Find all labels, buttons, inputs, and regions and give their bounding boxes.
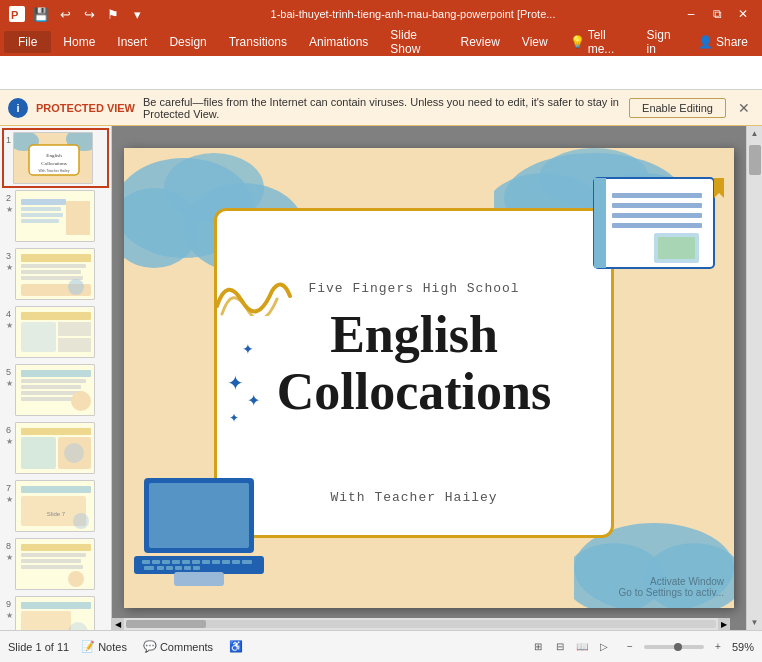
vertical-scrollbar[interactable]: ▲ ▼ [746,126,762,630]
lightbulb-icon: 💡 [570,35,585,49]
slide-item-5[interactable]: 5 ★ [4,362,107,418]
enable-editing-button[interactable]: Enable Editing [629,98,726,118]
slide-thumb-2 [15,190,95,242]
save-icon[interactable]: 💾 [32,5,50,23]
menu-review[interactable]: Review [450,31,509,53]
svg-marker-94 [714,178,724,198]
zoom-slider[interactable] [644,645,704,649]
notes-button[interactable]: 📝 Notes [77,638,131,655]
svg-rect-45 [21,544,91,551]
slide-thumb-9 [15,596,95,630]
svg-rect-88 [612,193,702,198]
comments-button[interactable]: 💬 Comments [139,638,217,655]
close-button[interactable]: ✕ [732,5,754,23]
svg-rect-71 [172,560,180,564]
svg-rect-81 [166,566,173,570]
svg-rect-29 [21,379,86,383]
accessibility-status-btn[interactable]: ♿ [225,638,247,655]
svg-rect-77 [232,560,240,564]
zoom-out-btn[interactable]: − [620,637,640,657]
accessibility-icon[interactable]: ⚑ [104,5,122,23]
menu-bar: File Home Insert Design Transitions Anim… [0,28,762,56]
menu-view[interactable]: View [512,31,558,53]
zoom-thumb [674,643,682,651]
main-area: 1 English Collocations With Teacher Hail… [0,126,762,630]
menu-file[interactable]: File [4,31,51,53]
protected-view-close-button[interactable]: ✕ [734,98,754,118]
svg-point-38 [64,443,84,463]
zoom-in-btn[interactable]: + [708,637,728,657]
menu-share[interactable]: 👤 Share [688,31,758,53]
svg-rect-70 [162,560,170,564]
slide-num-4: 4 [6,309,11,319]
svg-rect-47 [21,559,81,563]
svg-rect-66 [149,483,249,548]
slide-thumb-8 [15,538,95,590]
slide-thumb-5 [15,364,95,416]
svg-rect-26 [58,338,91,352]
scroll-left-btn[interactable]: ◀ [112,618,124,630]
svg-rect-75 [212,560,220,564]
svg-rect-28 [21,370,91,377]
scroll-down-btn[interactable]: ▼ [751,615,759,630]
menu-transitions[interactable]: Transitions [219,31,297,53]
slide-item-1[interactable]: 1 English Collocations With Teacher Hail… [4,130,107,186]
slide-item-9[interactable]: 9 ★ [4,594,107,630]
menu-slideshow[interactable]: Slide Show [380,24,448,60]
customize-qat-icon[interactable]: ▾ [128,5,146,23]
svg-rect-46 [21,553,86,557]
slide-count-info: Slide 1 of 11 [8,641,69,653]
svg-rect-36 [21,437,56,469]
svg-rect-18 [21,270,81,274]
svg-rect-79 [144,566,154,570]
scroll-up-btn[interactable]: ▲ [751,126,759,141]
menu-animations[interactable]: Animations [299,31,378,53]
slide-item-8[interactable]: 8 ★ [4,536,107,592]
svg-rect-83 [184,566,191,570]
svg-rect-24 [21,322,56,352]
v-scroll-thumb[interactable] [749,145,761,175]
h-scroll-thumb[interactable] [126,620,206,628]
menu-tellme[interactable]: 💡 Tell me... [560,24,633,60]
svg-rect-35 [21,428,91,435]
slide-thumb-7: Slide 7 [15,480,95,532]
status-left: Slide 1 of 11 📝 Notes 💬 Comments ♿ [8,638,247,655]
h-scroll-track [126,620,716,628]
slide-panel: 1 English Collocations With Teacher Hail… [0,126,112,630]
minimize-button[interactable]: – [680,5,702,23]
protected-view-bar: i PROTECTED VIEW Be careful—files from t… [0,90,762,126]
slide-thumb-4 [15,306,95,358]
svg-rect-80 [157,566,164,570]
slide-thumb-6 [15,422,95,474]
slide-item-2[interactable]: 2 ★ [4,188,107,244]
slide-sorter-btn[interactable]: ⊟ [550,637,570,657]
slide-num-6: 6 [6,425,11,435]
svg-text:P: P [11,9,18,21]
normal-view-btn[interactable]: ⊞ [528,637,548,657]
scroll-right-btn[interactable]: ▶ [718,618,730,630]
slide-item-4[interactable]: 4 ★ [4,304,107,360]
svg-rect-68 [142,560,150,564]
view-buttons: ⊞ ⊟ 📖 ▷ [528,637,614,657]
slideshow-view-btn[interactable]: ▷ [594,637,614,657]
slide-item-3[interactable]: 3 ★ [4,246,107,302]
menu-design[interactable]: Design [159,31,216,53]
svg-text:With Teacher Hailey: With Teacher Hailey [38,169,69,173]
protected-view-label: PROTECTED VIEW [36,102,135,114]
svg-rect-48 [21,565,83,569]
svg-rect-30 [21,385,81,389]
reading-view-btn[interactable]: 📖 [572,637,592,657]
slide-item-6[interactable]: 6 ★ [4,420,107,476]
menu-signin[interactable]: Sign in [637,24,686,60]
redo-icon[interactable]: ↪ [80,5,98,23]
restore-button[interactable]: ⧉ [706,5,728,23]
menu-insert[interactable]: Insert [107,31,157,53]
svg-rect-87 [594,178,606,268]
svg-rect-76 [222,560,230,564]
svg-rect-11 [21,207,61,211]
undo-icon[interactable]: ↩ [56,5,74,23]
slide-item-7[interactable]: 7 ★ Slide 7 [4,478,107,534]
horizontal-scrollbar[interactable]: ◀ ▶ [112,618,730,630]
menu-home[interactable]: Home [53,31,105,53]
canvas-area: ✦ ✦ ✦ ✦ Five Fingers High School English… [112,126,746,630]
